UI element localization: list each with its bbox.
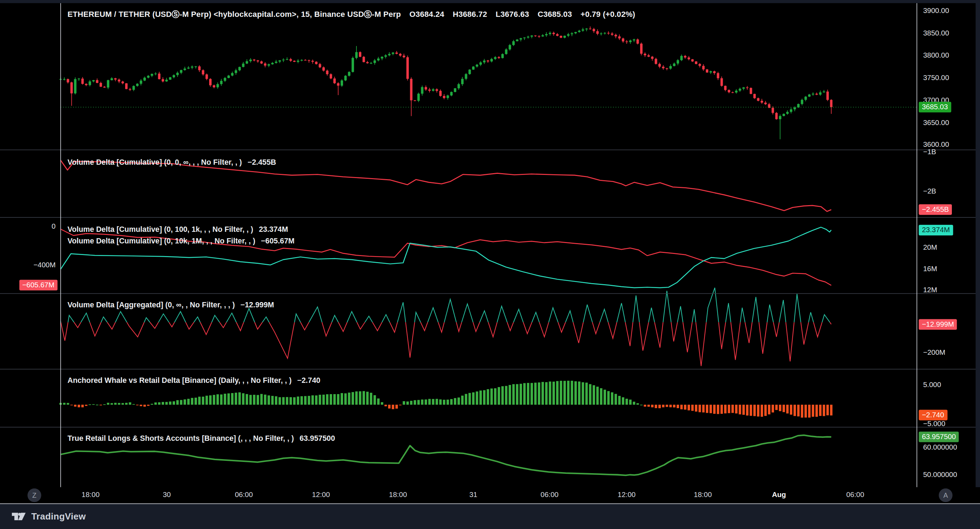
value-badge: −2.740	[919, 410, 947, 421]
indicator-label: True Retail Longs & Shorts Accounts [Bin…	[67, 434, 294, 443]
indicator-title-anchored-whale-vs-retail[interactable]: Anchored Whale vs Retail Delta [Binance]…	[67, 376, 320, 384]
time-tick-label: 12:00	[312, 491, 330, 499]
price-tick-label: 60.000000	[923, 443, 957, 453]
ohlc-high-value: 3686.72	[458, 10, 487, 19]
tradingview-logo-icon[interactable]	[11, 511, 26, 521]
indicator-value: −605.67M	[261, 237, 294, 246]
symbol-title-row[interactable]: ETHEREUM / TETHER (USDⓈ-M Perp) <hyblock…	[67, 10, 635, 20]
time-tick-label: 18:00	[694, 491, 712, 499]
brand-name[interactable]: TradingView	[31, 511, 86, 521]
timezone-button[interactable]: Z	[27, 488, 41, 502]
time-tick-label: 31	[469, 491, 477, 499]
indicator-title-volume-delta-cumulative-whale[interactable]: Volume Delta [Cumulative] (0, 10k, 1M, ,…	[67, 237, 294, 246]
ohlc-change: +0.79 (+0.02%)	[580, 10, 635, 19]
value-badge: −12.999M	[919, 319, 957, 329]
indicator-title-true-retail-accounts[interactable]: True Retail Longs & Shorts Accounts [Bin…	[67, 434, 335, 443]
ohlc-low-value: 3676.63	[501, 10, 529, 19]
time-tick-label: 06:00	[235, 491, 253, 499]
price-tick-label: 12M	[923, 286, 937, 295]
value-badge: −605.67M	[19, 280, 57, 291]
price-tick-label: −2B	[923, 187, 936, 196]
ohlc-open-value: 3684.24	[415, 10, 444, 19]
ohlc-close-label: C	[538, 10, 543, 19]
price-tick-label: 3800.00	[923, 51, 949, 60]
time-tick-label: 18:00	[389, 491, 407, 499]
indicator-title-volume-delta-cumulative-retail[interactable]: Volume Delta [Cumulative] (0, 100, 1k, ,…	[67, 225, 288, 234]
time-scale[interactable]: Z A 18:003006:0012:0018:003106:0012:0018…	[0, 487, 980, 504]
indicator-title-volume-delta-cumulative-all[interactable]: Volume Delta [Cumulative] (0, 0, ∞, , , …	[67, 158, 276, 167]
tradingview-chart-window: ETHEREUM / TETHER (USDⓈ-M Perp) <hyblock…	[0, 0, 980, 529]
chart-app: ETHEREUM / TETHER (USDⓈ-M Perp) <hyblock…	[0, 0, 980, 529]
indicator-label: Anchored Whale vs Retail Delta [Binance]…	[67, 376, 291, 384]
value-badge: 63.957500	[919, 432, 959, 442]
chart-plot-area[interactable]	[0, 0, 980, 504]
price-tick-label: 0	[52, 222, 56, 231]
ohlc-low-label: L	[496, 10, 501, 19]
price-tick-label: 5.000	[923, 380, 941, 390]
price-tick-label: 3850.00	[923, 29, 949, 38]
indicator-label: Volume Delta [Aggregated] (0, ∞, , No Fi…	[67, 300, 235, 309]
price-tick-label: −400M	[33, 260, 56, 270]
footer-bar: TradingView	[0, 504, 980, 529]
time-tick-label: 12:00	[617, 491, 636, 499]
right-price-scale[interactable]: 3900.003850.003800.003750.003700.003650.…	[917, 0, 975, 504]
right-chrome-strip	[976, 0, 980, 504]
indicator-value: −2.740	[298, 376, 321, 384]
ohlc-close-value: 3685.03	[543, 10, 572, 19]
indicator-value: −2.455B	[247, 158, 276, 167]
ohlc-high-label: H	[453, 10, 458, 19]
indicator-title-volume-delta-aggregated[interactable]: Volume Delta [Aggregated] (0, ∞, , No Fi…	[67, 300, 274, 309]
value-badge: −2.455B	[919, 205, 952, 215]
time-tick-label: 06:00	[846, 491, 864, 499]
price-tick-label: 50.000000	[923, 470, 957, 480]
auto-scale-button[interactable]: A	[939, 488, 953, 502]
price-tick-label: 20M	[923, 243, 937, 253]
indicator-label: Volume Delta [Cumulative] (0, 0, ∞, , , …	[67, 158, 242, 167]
indicator-value: 63.957500	[299, 434, 335, 443]
price-tick-label: 3900.00	[923, 6, 949, 16]
time-tick-label: 06:00	[541, 491, 558, 499]
indicator-label: Volume Delta [Cumulative] (0, 10k, 1M, ,…	[67, 237, 255, 246]
ohlc-open-label: O	[409, 10, 415, 19]
price-tick-label: 3750.00	[923, 73, 949, 83]
time-tick-label: 30	[163, 491, 171, 499]
price-tick-label: 3650.00	[923, 118, 949, 127]
price-tick-label: −1B	[923, 148, 936, 157]
price-tick-label: 16M	[923, 264, 937, 274]
value-badge: 3685.03	[919, 102, 951, 113]
top-chrome-strip	[0, 0, 980, 3]
time-tick-label: Aug	[772, 491, 786, 499]
indicator-value: 23.374M	[259, 225, 288, 234]
value-badge: 23.374M	[919, 225, 953, 235]
price-tick-label: −200M	[923, 348, 945, 357]
symbol-title[interactable]: ETHEREUM / TETHER (USDⓈ-M Perp) <hyblock…	[67, 10, 401, 19]
left-price-scale[interactable]: 0−400M−605.67M	[0, 0, 59, 504]
time-tick-label: 18:00	[81, 491, 99, 499]
indicator-value: −12.999M	[240, 300, 274, 309]
price-tick-label: −5.000	[923, 419, 945, 429]
indicator-label: Volume Delta [Cumulative] (0, 100, 1k, ,…	[67, 225, 253, 234]
